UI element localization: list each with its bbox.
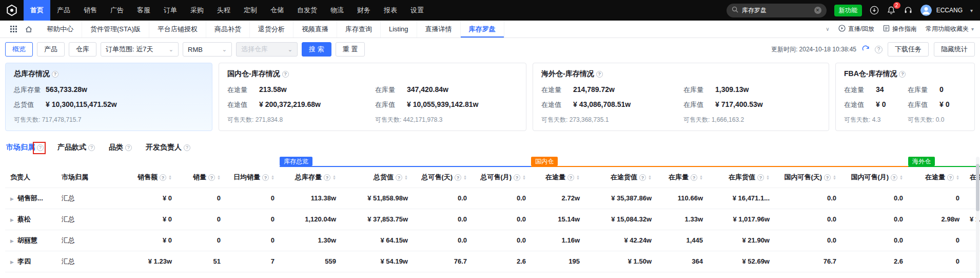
filter-select[interactable]: RMB⌄: [183, 42, 232, 57]
help-icon[interactable]: ?: [52, 71, 58, 78]
main-menu-item[interactable]: 客服: [130, 0, 157, 21]
main-menu-item[interactable]: 广告: [104, 0, 130, 21]
view-button[interactable]: 概览: [5, 42, 33, 57]
reset-button[interactable]: 重 置: [336, 42, 365, 57]
section-tab[interactable]: 开发负责人?: [146, 143, 190, 152]
help-icon[interactable]: ?: [324, 174, 330, 181]
column-header[interactable]: 在库货值?▲▼: [708, 167, 775, 188]
help-icon[interactable]: ?: [899, 71, 906, 78]
help-icon[interactable]: ?: [184, 144, 190, 151]
view-button[interactable]: 产品: [37, 42, 65, 57]
new-feature-button[interactable]: 新功能: [834, 5, 862, 16]
help-icon[interactable]: ?: [691, 174, 697, 181]
help-icon[interactable]: ?: [262, 174, 269, 181]
sort-icon[interactable]: ▲▼: [648, 175, 652, 180]
help-icon[interactable]: ?: [125, 144, 132, 151]
workspace-tab[interactable]: 平台店铺授权: [149, 21, 206, 38]
download-center-icon[interactable]: [870, 6, 879, 15]
column-header[interactable]: 销售额?▲▼: [121, 167, 177, 188]
sort-icon[interactable]: ▲▼: [463, 175, 467, 180]
column-header[interactable]: 销量?▲▼: [177, 167, 226, 188]
workspace-tab[interactable]: 货件管理(STA)版: [82, 21, 149, 38]
column-header[interactable]: 日均销量?▲▼: [226, 167, 280, 188]
sort-icon[interactable]: ▲▼: [699, 175, 703, 180]
column-header[interactable]: 在途量?▲▼: [908, 167, 965, 188]
guide-link[interactable]: 操作指南: [883, 25, 917, 33]
sort-icon[interactable]: ▲▼: [522, 175, 526, 180]
notifications-bell-icon[interactable]: 2: [887, 6, 896, 15]
sort-icon[interactable]: ▲▼: [404, 175, 408, 180]
workspace-tab[interactable]: 库存查询: [337, 21, 381, 38]
main-menu-item[interactable]: 采购: [184, 0, 210, 21]
workspace-tab[interactable]: 库存罗盘: [461, 21, 504, 38]
column-header[interactable]: 在途货值?▲▼: [585, 167, 657, 188]
sort-icon[interactable]: ▲▼: [168, 175, 172, 180]
help-icon[interactable]: ?: [891, 174, 897, 181]
workspace-tab[interactable]: 退货分析: [250, 21, 293, 38]
global-search-input[interactable]: 库存罗盘 ✕: [727, 4, 827, 17]
vertical-scrollbar[interactable]: [976, 157, 979, 278]
sort-icon[interactable]: ▲▼: [332, 175, 336, 180]
refresh-icon[interactable]: [861, 45, 870, 53]
help-icon[interactable]: ?: [208, 174, 215, 181]
collapse-tabs-chevron-icon[interactable]: ∨: [826, 26, 829, 32]
user-avatar[interactable]: [920, 5, 932, 16]
search-button[interactable]: 搜 索: [302, 42, 331, 57]
expand-row-icon[interactable]: ▶: [10, 217, 14, 223]
sort-icon[interactable]: ▲▼: [833, 175, 836, 180]
column-header[interactable]: 国内可售(月)?▲▼: [841, 167, 908, 188]
help-icon[interactable]: ?: [37, 144, 44, 151]
hide-stats-button[interactable]: 隐藏统计: [934, 42, 975, 57]
sort-icon[interactable]: ▲▼: [899, 175, 903, 180]
column-header[interactable]: 在库量?▲▼: [657, 167, 708, 188]
workspace-tab[interactable]: 帮助中心: [38, 21, 82, 38]
help-icon[interactable]: ?: [455, 174, 461, 181]
main-menu-item[interactable]: 自发货: [290, 0, 324, 21]
column-header[interactable]: 负责人: [5, 167, 56, 188]
account-name[interactable]: ECCANG: [936, 7, 963, 14]
account-chevron-down-icon[interactable]: ▾: [970, 8, 973, 13]
expand-row-icon[interactable]: ▶: [10, 260, 14, 265]
view-button[interactable]: 仓库: [69, 42, 96, 57]
scrollbar-thumb[interactable]: [976, 164, 979, 211]
download-tasks-button[interactable]: 下载任务: [888, 42, 929, 57]
clear-search-icon[interactable]: ✕: [814, 7, 821, 14]
help-icon[interactable]: ?: [824, 174, 831, 181]
workspace-tab[interactable]: 商品补货: [206, 21, 250, 38]
sort-icon[interactable]: ▲▼: [576, 175, 580, 180]
main-menu-item[interactable]: 首页: [24, 0, 50, 21]
column-header[interactable]: 总可售(月)?▲▼: [472, 167, 531, 188]
live-replay-link[interactable]: 直播/回放: [838, 25, 874, 33]
expand-row-icon[interactable]: ▶: [10, 238, 14, 244]
column-header[interactable]: 总可售(天)?▲▼: [413, 167, 472, 188]
help-icon[interactable]: ?: [282, 71, 289, 78]
help-icon[interactable]: ?: [88, 144, 95, 151]
main-menu-item[interactable]: 订单: [157, 0, 184, 21]
main-menu-item[interactable]: 仓储: [264, 0, 290, 21]
help-icon[interactable]: ?: [639, 174, 646, 181]
help-icon[interactable]: ?: [396, 174, 402, 181]
sort-icon[interactable]: ▲▼: [271, 175, 275, 180]
help-icon[interactable]: ?: [160, 174, 166, 181]
workspace-tab[interactable]: 视频直播: [293, 21, 337, 38]
help-icon[interactable]: ?: [567, 174, 574, 181]
main-menu-item[interactable]: 设置: [404, 0, 430, 21]
column-header[interactable]: 市场归属: [56, 167, 121, 188]
main-menu-item[interactable]: 头程: [210, 0, 237, 21]
section-tab[interactable]: 市场归属?: [6, 143, 44, 152]
main-menu-item[interactable]: 销售: [77, 0, 104, 21]
column-header[interactable]: 总货值?▲▼: [341, 167, 413, 188]
main-menu-item[interactable]: 报表: [377, 0, 404, 21]
filter-select[interactable]: 订单范围: 近7天⌄: [101, 42, 179, 57]
workspace-tab[interactable]: Listing: [381, 21, 417, 38]
support-headset-icon[interactable]: [904, 6, 913, 15]
main-menu-item[interactable]: 财务: [350, 0, 377, 21]
help-icon[interactable]: ?: [514, 174, 520, 181]
column-header[interactable]: 在途量?▲▼: [531, 167, 585, 188]
main-menu-item[interactable]: 产品: [50, 0, 77, 21]
home-icon[interactable]: [21, 25, 36, 33]
help-icon[interactable]: ?: [596, 71, 603, 78]
filter-select[interactable]: 选择仓库⌄: [236, 42, 298, 57]
app-logo-icon[interactable]: [5, 4, 18, 17]
help-icon[interactable]: ?: [947, 174, 954, 181]
